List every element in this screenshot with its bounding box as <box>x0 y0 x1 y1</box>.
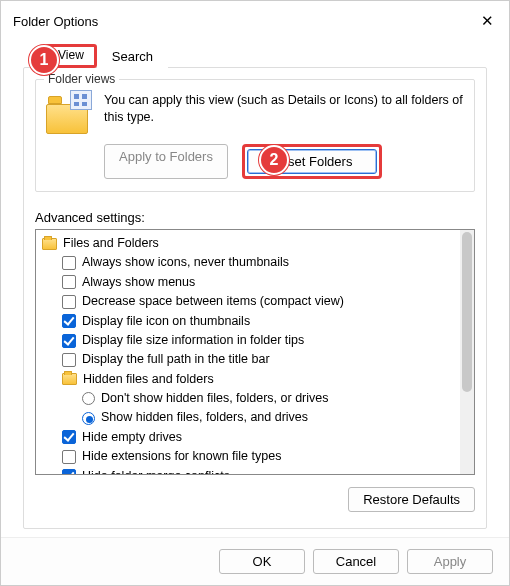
checkbox[interactable] <box>62 295 76 309</box>
annotation-callout-1: 1 <box>29 45 59 75</box>
tabs: View Search <box>1 43 509 69</box>
tree-group-hidden-files[interactable]: Hidden files and folders <box>42 370 468 389</box>
scrollbar-thumb[interactable] <box>462 232 472 392</box>
folder-icon <box>42 238 57 250</box>
tree-item[interactable]: Hide folder merge conflicts <box>42 467 468 476</box>
tree-item[interactable]: Don't show hidden files, folders, or dri… <box>42 389 468 408</box>
tree-item[interactable]: Always show icons, never thumbnails <box>42 253 468 272</box>
folder-options-window: Folder Options ✕ View Search 1 2 Folder … <box>0 0 510 586</box>
folder-views-group: Folder views You can apply this view (su… <box>35 79 475 192</box>
window-title: Folder Options <box>13 14 98 29</box>
advanced-settings-label: Advanced settings: <box>35 210 475 225</box>
tree-item[interactable]: Display file size information in folder … <box>42 331 468 350</box>
scrollbar[interactable] <box>460 230 474 474</box>
restore-defaults-button[interactable]: Restore Defaults <box>348 487 475 512</box>
radio[interactable] <box>82 392 95 405</box>
tree-item[interactable]: Display file icon on thumbnails <box>42 312 468 331</box>
checkbox[interactable] <box>62 430 76 444</box>
checkbox[interactable] <box>62 256 76 270</box>
folder-views-legend: Folder views <box>44 72 119 86</box>
advanced-settings-list[interactable]: Files and Folders Always show icons, nev… <box>35 229 475 475</box>
tree-item[interactable]: Hide empty drives <box>42 428 468 447</box>
dialog-buttons: OK Cancel Apply <box>1 537 509 585</box>
tree-item[interactable]: Hide extensions for known file types <box>42 447 468 466</box>
tree-group-files-and-folders[interactable]: Files and Folders <box>42 234 468 253</box>
folder-icon <box>62 373 77 385</box>
tree-item[interactable]: Display the full path in the title bar <box>42 350 468 369</box>
ok-button[interactable]: OK <box>219 549 305 574</box>
folder-icon <box>46 94 90 134</box>
apply-button[interactable]: Apply <box>407 549 493 574</box>
cancel-button[interactable]: Cancel <box>313 549 399 574</box>
checkbox[interactable] <box>62 450 76 464</box>
folder-views-description: You can apply this view (such as Details… <box>104 92 464 134</box>
radio[interactable] <box>82 412 95 425</box>
tab-view[interactable]: View <box>58 48 84 62</box>
tab-panel-view: Folder views You can apply this view (su… <box>23 71 487 529</box>
tree-item[interactable]: Always show menus <box>42 273 468 292</box>
checkbox[interactable] <box>62 314 76 328</box>
titlebar: Folder Options ✕ <box>1 1 509 37</box>
checkbox[interactable] <box>62 469 76 475</box>
tree-item[interactable]: Decrease space between items (compact vi… <box>42 292 468 311</box>
checkbox[interactable] <box>62 353 76 367</box>
tab-search[interactable]: Search <box>97 45 168 68</box>
close-icon[interactable]: ✕ <box>477 12 497 30</box>
checkbox[interactable] <box>62 275 76 289</box>
apply-to-folders-button[interactable]: Apply to Folders <box>104 144 228 179</box>
annotation-callout-2: 2 <box>259 145 289 175</box>
tree-item[interactable]: Show hidden files, folders, and drives <box>42 408 468 427</box>
checkbox[interactable] <box>62 334 76 348</box>
